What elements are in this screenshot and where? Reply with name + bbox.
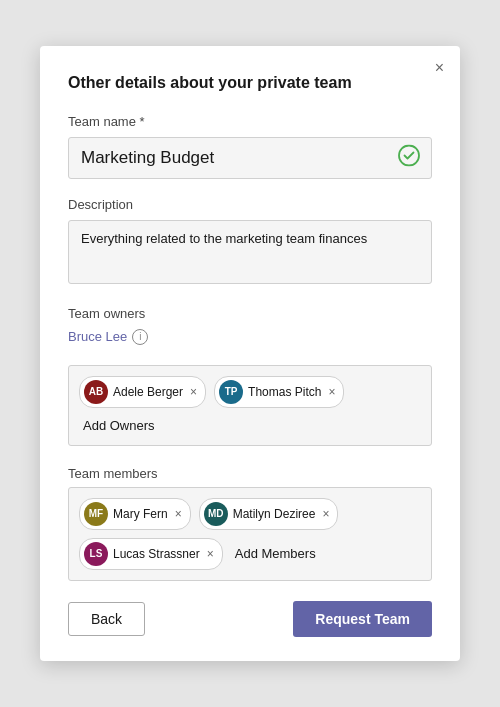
description-label: Description bbox=[68, 197, 432, 212]
add-members-button[interactable]: Add Members bbox=[231, 544, 320, 563]
info-icon: i bbox=[132, 329, 148, 345]
remove-member-ls[interactable]: × bbox=[207, 548, 214, 560]
owner-tag-ab: AB Adele Berger × bbox=[79, 376, 206, 408]
member-tag-ls: LS Lucas Strassner × bbox=[79, 538, 223, 570]
team-members-section: Team members MF Mary Fern × MD Matilyn D… bbox=[68, 466, 432, 581]
avatar-ab: AB bbox=[84, 380, 108, 404]
check-icon bbox=[398, 145, 420, 172]
remove-member-md[interactable]: × bbox=[322, 508, 329, 520]
close-button[interactable]: × bbox=[435, 60, 444, 76]
team-name-input[interactable] bbox=[68, 137, 432, 179]
avatar-ls: LS bbox=[84, 542, 108, 566]
owner-link-row: Bruce Lee i bbox=[68, 327, 432, 355]
members-tags-box: MF Mary Fern × MD Matilyn Deziree × LS L… bbox=[68, 487, 432, 581]
remove-owner-ab[interactable]: × bbox=[190, 386, 197, 398]
add-owners-button[interactable]: Add Owners bbox=[79, 416, 159, 435]
svg-point-0 bbox=[399, 146, 419, 166]
member-tag-md: MD Matilyn Deziree × bbox=[199, 498, 339, 530]
avatar-mf: MF bbox=[84, 502, 108, 526]
owners-tags-box: AB Adele Berger × TP Thomas Pitch × Add … bbox=[68, 365, 432, 446]
team-name-label: Team name * bbox=[68, 114, 432, 129]
owner-link[interactable]: Bruce Lee i bbox=[68, 329, 148, 345]
close-icon: × bbox=[435, 59, 444, 76]
team-name-field-wrapper bbox=[68, 137, 432, 179]
avatar-md: MD bbox=[204, 502, 228, 526]
modal-footer: Back Request Team bbox=[68, 601, 432, 637]
member-tag-mf: MF Mary Fern × bbox=[79, 498, 191, 530]
back-button[interactable]: Back bbox=[68, 602, 145, 636]
team-owners-label: Team owners bbox=[68, 306, 432, 321]
request-team-button[interactable]: Request Team bbox=[293, 601, 432, 637]
modal: × Other details about your private team … bbox=[40, 46, 460, 661]
description-input[interactable]: Everything related to the marketing team… bbox=[68, 220, 432, 284]
owner-tag-tp: TP Thomas Pitch × bbox=[214, 376, 344, 408]
remove-owner-tp[interactable]: × bbox=[328, 386, 335, 398]
modal-title: Other details about your private team bbox=[68, 74, 432, 92]
team-members-label: Team members bbox=[68, 466, 432, 481]
avatar-tp: TP bbox=[219, 380, 243, 404]
remove-member-mf[interactable]: × bbox=[175, 508, 182, 520]
